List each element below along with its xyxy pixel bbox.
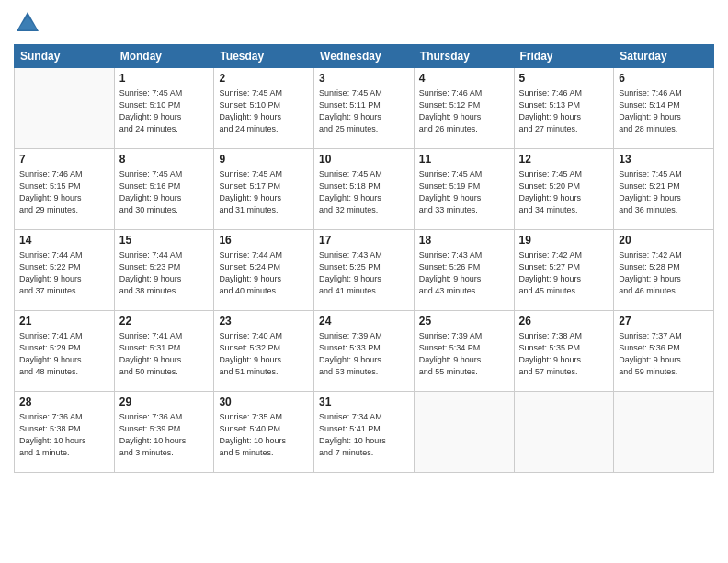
calendar-cell: 14Sunrise: 7:44 AMSunset: 5:22 PMDayligh… <box>15 230 115 311</box>
calendar-cell: 30Sunrise: 7:35 AMSunset: 5:40 PMDayligh… <box>214 392 314 473</box>
logo-icon <box>14 9 41 37</box>
weekday-header-wednesday: Wednesday <box>314 45 415 68</box>
calendar-cell: 10Sunrise: 7:45 AMSunset: 5:18 PMDayligh… <box>314 149 415 230</box>
day-info: Sunrise: 7:44 AMSunset: 5:23 PMDaylight:… <box>119 249 210 297</box>
day-number: 9 <box>219 152 309 167</box>
day-info: Sunrise: 7:39 AMSunset: 5:33 PMDaylight:… <box>319 330 409 378</box>
calendar-cell <box>15 68 115 149</box>
day-info: Sunrise: 7:36 AMSunset: 5:38 PMDaylight:… <box>19 411 109 459</box>
calendar-cell <box>614 392 714 473</box>
day-info: Sunrise: 7:45 AMSunset: 5:11 PMDaylight:… <box>319 87 409 135</box>
day-info: Sunrise: 7:45 AMSunset: 5:21 PMDaylight:… <box>619 168 709 216</box>
calendar-cell: 19Sunrise: 7:42 AMSunset: 5:27 PMDayligh… <box>514 230 614 311</box>
day-number: 30 <box>219 395 309 410</box>
day-info: Sunrise: 7:45 AMSunset: 5:16 PMDaylight:… <box>119 168 210 216</box>
day-info: Sunrise: 7:46 AMSunset: 5:13 PMDaylight:… <box>519 87 609 135</box>
day-info: Sunrise: 7:46 AMSunset: 5:12 PMDaylight:… <box>419 87 509 135</box>
day-number: 8 <box>119 152 210 167</box>
calendar-cell: 25Sunrise: 7:39 AMSunset: 5:34 PMDayligh… <box>414 311 514 392</box>
calendar-cell: 23Sunrise: 7:40 AMSunset: 5:32 PMDayligh… <box>214 311 314 392</box>
calendar-week-2: 7Sunrise: 7:46 AMSunset: 5:15 PMDaylight… <box>15 149 714 230</box>
calendar-cell: 9Sunrise: 7:45 AMSunset: 5:17 PMDaylight… <box>214 149 314 230</box>
day-info: Sunrise: 7:44 AMSunset: 5:22 PMDaylight:… <box>19 249 109 297</box>
day-info: Sunrise: 7:45 AMSunset: 5:10 PMDaylight:… <box>119 87 210 135</box>
day-number: 6 <box>619 71 709 86</box>
weekday-header-friday: Friday <box>514 45 614 68</box>
calendar-cell: 3Sunrise: 7:45 AMSunset: 5:11 PMDaylight… <box>314 68 415 149</box>
day-number: 21 <box>19 314 109 329</box>
day-number: 17 <box>319 233 409 248</box>
day-number: 18 <box>419 233 509 248</box>
day-info: Sunrise: 7:35 AMSunset: 5:40 PMDaylight:… <box>219 411 309 459</box>
calendar-week-5: 28Sunrise: 7:36 AMSunset: 5:38 PMDayligh… <box>15 392 714 473</box>
calendar-week-3: 14Sunrise: 7:44 AMSunset: 5:22 PMDayligh… <box>15 230 714 311</box>
calendar-cell: 13Sunrise: 7:45 AMSunset: 5:21 PMDayligh… <box>614 149 714 230</box>
day-info: Sunrise: 7:45 AMSunset: 5:18 PMDaylight:… <box>319 168 409 216</box>
day-info: Sunrise: 7:44 AMSunset: 5:24 PMDaylight:… <box>219 249 309 297</box>
day-info: Sunrise: 7:38 AMSunset: 5:35 PMDaylight:… <box>519 330 609 378</box>
day-info: Sunrise: 7:36 AMSunset: 5:39 PMDaylight:… <box>119 411 210 459</box>
calendar-cell: 15Sunrise: 7:44 AMSunset: 5:23 PMDayligh… <box>114 230 214 311</box>
calendar-cell: 18Sunrise: 7:43 AMSunset: 5:26 PMDayligh… <box>414 230 514 311</box>
weekday-header-saturday: Saturday <box>614 45 714 68</box>
calendar-cell: 5Sunrise: 7:46 AMSunset: 5:13 PMDaylight… <box>514 68 614 149</box>
calendar-cell: 4Sunrise: 7:46 AMSunset: 5:12 PMDaylight… <box>414 68 514 149</box>
calendar-cell: 2Sunrise: 7:45 AMSunset: 5:10 PMDaylight… <box>214 68 314 149</box>
day-number: 13 <box>619 152 709 167</box>
day-number: 4 <box>419 71 509 86</box>
weekday-header-sunday: Sunday <box>15 45 115 68</box>
header <box>14 9 714 37</box>
day-number: 3 <box>319 71 409 86</box>
day-info: Sunrise: 7:45 AMSunset: 5:17 PMDaylight:… <box>219 168 309 216</box>
day-info: Sunrise: 7:45 AMSunset: 5:19 PMDaylight:… <box>419 168 509 216</box>
calendar-cell: 21Sunrise: 7:41 AMSunset: 5:29 PMDayligh… <box>15 311 115 392</box>
calendar-cell: 27Sunrise: 7:37 AMSunset: 5:36 PMDayligh… <box>614 311 714 392</box>
weekday-header-monday: Monday <box>114 45 214 68</box>
day-number: 26 <box>519 314 609 329</box>
day-number: 29 <box>119 395 210 410</box>
calendar-cell: 22Sunrise: 7:41 AMSunset: 5:31 PMDayligh… <box>114 311 214 392</box>
calendar-cell: 20Sunrise: 7:42 AMSunset: 5:28 PMDayligh… <box>614 230 714 311</box>
day-info: Sunrise: 7:46 AMSunset: 5:14 PMDaylight:… <box>619 87 709 135</box>
logo <box>14 9 43 37</box>
day-info: Sunrise: 7:46 AMSunset: 5:15 PMDaylight:… <box>19 168 109 216</box>
day-number: 23 <box>219 314 309 329</box>
day-info: Sunrise: 7:34 AMSunset: 5:41 PMDaylight:… <box>319 411 409 459</box>
calendar-table: SundayMondayTuesdayWednesdayThursdayFrid… <box>14 44 714 473</box>
day-number: 28 <box>19 395 109 410</box>
day-info: Sunrise: 7:41 AMSunset: 5:31 PMDaylight:… <box>119 330 210 378</box>
day-number: 27 <box>619 314 709 329</box>
day-info: Sunrise: 7:43 AMSunset: 5:25 PMDaylight:… <box>319 249 409 297</box>
calendar-week-4: 21Sunrise: 7:41 AMSunset: 5:29 PMDayligh… <box>15 311 714 392</box>
day-info: Sunrise: 7:42 AMSunset: 5:27 PMDaylight:… <box>519 249 609 297</box>
day-info: Sunrise: 7:41 AMSunset: 5:29 PMDaylight:… <box>19 330 109 378</box>
day-number: 22 <box>119 314 210 329</box>
day-info: Sunrise: 7:40 AMSunset: 5:32 PMDaylight:… <box>219 330 309 378</box>
day-number: 14 <box>19 233 109 248</box>
day-number: 20 <box>619 233 709 248</box>
day-info: Sunrise: 7:43 AMSunset: 5:26 PMDaylight:… <box>419 249 509 297</box>
day-number: 12 <box>519 152 609 167</box>
day-number: 31 <box>319 395 409 410</box>
calendar-cell: 29Sunrise: 7:36 AMSunset: 5:39 PMDayligh… <box>114 392 214 473</box>
day-info: Sunrise: 7:45 AMSunset: 5:20 PMDaylight:… <box>519 168 609 216</box>
day-number: 11 <box>419 152 509 167</box>
calendar-cell: 28Sunrise: 7:36 AMSunset: 5:38 PMDayligh… <box>15 392 115 473</box>
day-number: 1 <box>119 71 210 86</box>
day-number: 25 <box>419 314 509 329</box>
day-info: Sunrise: 7:42 AMSunset: 5:28 PMDaylight:… <box>619 249 709 297</box>
day-number: 7 <box>19 152 109 167</box>
weekday-header-row: SundayMondayTuesdayWednesdayThursdayFrid… <box>15 45 714 68</box>
calendar-cell: 17Sunrise: 7:43 AMSunset: 5:25 PMDayligh… <box>314 230 415 311</box>
day-number: 15 <box>119 233 210 248</box>
calendar-cell: 26Sunrise: 7:38 AMSunset: 5:35 PMDayligh… <box>514 311 614 392</box>
calendar-cell <box>514 392 614 473</box>
calendar-cell: 31Sunrise: 7:34 AMSunset: 5:41 PMDayligh… <box>314 392 415 473</box>
calendar-cell: 16Sunrise: 7:44 AMSunset: 5:24 PMDayligh… <box>214 230 314 311</box>
svg-marker-1 <box>18 17 38 30</box>
day-info: Sunrise: 7:39 AMSunset: 5:34 PMDaylight:… <box>419 330 509 378</box>
day-number: 16 <box>219 233 309 248</box>
calendar-cell: 8Sunrise: 7:45 AMSunset: 5:16 PMDaylight… <box>114 149 214 230</box>
calendar-cell <box>414 392 514 473</box>
calendar-cell: 24Sunrise: 7:39 AMSunset: 5:33 PMDayligh… <box>314 311 415 392</box>
